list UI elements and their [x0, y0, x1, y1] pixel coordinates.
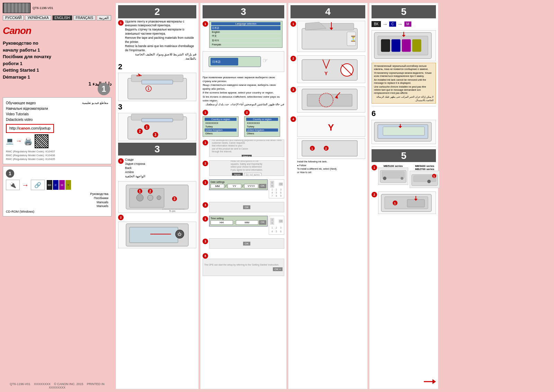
- agree-btn[interactable]: Agree: [232, 173, 243, 176]
- lang-ukrainian[interactable]: УКРАЇНСЬКА: [25, 15, 51, 20]
- time-screen: Time setting HH : MM OK: [209, 216, 268, 226]
- col2-step3-back: 1 Сзади Задня сторона Back Arrière الواج…: [118, 158, 196, 178]
- col2-svg-1: 1: [121, 73, 194, 101]
- do-not-agree-btn[interactable]: Do not agree: [244, 173, 261, 176]
- col3-step4-texts: При появлении указанных ниже экранов выб…: [203, 75, 284, 107]
- col3-date-ok: OK: [209, 202, 284, 212]
- col4-follow-radio: ● Follow: [297, 164, 306, 167]
- n7: 7: [270, 195, 274, 197]
- arrow-ink: →: [382, 21, 388, 27]
- col5-step1-series: 1 MB5100 series MB5400 se: [372, 164, 436, 188]
- usb-item: 🔗: [31, 180, 45, 190]
- note-uk: Установлену чорнильницю можна видалити, …: [374, 71, 434, 78]
- section-4-header: 4: [291, 5, 365, 18]
- date-ok-btn-2[interactable]: OK: [243, 205, 251, 209]
- n2: 2: [275, 188, 278, 191]
- step4-text-en: If the screens below appear, select your…: [203, 91, 284, 95]
- country-item-5: XXXXXXXX: [246, 122, 278, 125]
- date-field-1: MM: [211, 184, 224, 188]
- footer-model: QT6-1196-V01: [10, 382, 30, 386]
- country-item-4: Others: [205, 132, 236, 135]
- series-2-svg: 1: [410, 172, 439, 187]
- lang-french[interactable]: FRANÇAIS: [73, 15, 96, 20]
- svg-rect-62: [383, 127, 425, 135]
- col2-text-fr: Retirez la bande ainsi que les matériaux…: [125, 44, 196, 53]
- back-fr: Arrière: [125, 170, 145, 175]
- col4-svg-1: ⏳: [298, 21, 364, 51]
- main-content: 2 1 Удалите ленту и упаковочные материал…: [114, 0, 554, 392]
- step8-ok-btn[interactable]: OK »: [273, 267, 283, 271]
- col4-subnum-2: 2: [291, 56, 296, 61]
- step4-text-ar: في حالة ظهور الشاشتين الموضحتين أثناء ال…: [203, 103, 284, 106]
- lang-item-5: Français: [211, 43, 280, 46]
- video-title-row: Обучающее видео Навчальні відеоматеріали…: [6, 100, 108, 123]
- url-line: http://canon.com/ijsetup: [6, 124, 108, 133]
- ink-items: BK C M Y: [47, 180, 71, 190]
- date-screen: Date settings MM / YY / YYYY OK: [209, 179, 268, 190]
- step8-ok: OK »: [204, 267, 283, 271]
- title-block: Руководство поначалу работы 1 Посібник д…: [3, 40, 111, 88]
- col2-big-3: 3: [118, 103, 122, 111]
- series-1-block: MB5100 series: [378, 164, 408, 188]
- t-n1: 1: [270, 226, 274, 229]
- section-2-header: 2: [118, 5, 196, 18]
- n1: 1: [270, 188, 274, 191]
- rmc-text: RMC (Regulatory Model Code): K10437 RMC …: [6, 150, 108, 161]
- video-uk: Навчальні відеоматеріали: [6, 106, 48, 112]
- footer-xx: XXXXXXXX: [34, 382, 51, 386]
- col5-step2: 2 1: [372, 191, 436, 214]
- col3-step6: 1 Date settings MM / YY / YYYY OK 0 6 ⌫: [203, 179, 284, 198]
- svg-text:2: 2: [325, 147, 327, 150]
- section-3b-header: 3: [203, 5, 284, 18]
- series-2-diagram: 1: [410, 171, 440, 188]
- ink-c-tank: C: [389, 21, 396, 27]
- time-settings-label: Time setting: [211, 217, 266, 220]
- next-btn[interactable]: Next »: [242, 155, 251, 157]
- country-title-1: Country or region: [205, 118, 236, 121]
- terms-next-btn: Next »: [242, 155, 251, 157]
- video-en: Video Tutorials: [6, 112, 48, 117]
- language-bar[interactable]: РУССКИЙ УКРАЇНСЬКА ENGLISH FRANÇAIS العر…: [3, 15, 111, 20]
- svg-point-67: [401, 177, 403, 180]
- svg-marker-79: [432, 379, 436, 384]
- series-2-block: MB5400 series MB2700 series 1: [410, 164, 440, 188]
- svg-rect-2: [142, 80, 173, 84]
- svg-text:1: 1: [394, 202, 396, 205]
- title-line-2: Посібник для початкуроботи 1: [3, 53, 111, 67]
- back-uk: Задня сторона: [125, 162, 145, 166]
- series-2-label-line1: MB5400 series: [410, 164, 440, 168]
- lang-item-2: English: [211, 30, 280, 34]
- lang-english[interactable]: ENGLISH: [52, 15, 72, 20]
- col4-y-diagram: Y: [297, 116, 365, 137]
- laptop-icon: 💻: [6, 136, 14, 146]
- col2-diagram-4: ⏻: [118, 222, 196, 248]
- url-canon: canon: [19, 126, 30, 130]
- col5-section6: 6: [372, 110, 436, 117]
- col4-ink-install: 1 2: [297, 138, 365, 159]
- lang-russian[interactable]: РУССКИЙ: [3, 15, 24, 20]
- col4-step2: 2 Y: [291, 55, 365, 83]
- svg-rect-56: [392, 39, 400, 52]
- col3-subnum-7-1: 1: [203, 216, 208, 222]
- time-ok-btn[interactable]: OK: [259, 220, 267, 225]
- svg-text:1: 1: [146, 125, 148, 129]
- ink-y-item: Y: [65, 180, 71, 190]
- svg-text:1: 1: [148, 87, 150, 91]
- step1-circle: 1: [6, 169, 14, 178]
- col4-svg-5: 1 2: [300, 139, 363, 158]
- lang-arabic[interactable]: العربية: [97, 15, 111, 20]
- col4-install-note: Install the following ink tank. ● Follow…: [297, 160, 365, 174]
- video-box: Обучающее видео Навчальні відеоматеріали…: [3, 97, 111, 164]
- label-fr: Manuels: [90, 204, 108, 208]
- time-ok-btn-2[interactable]: OK: [243, 242, 251, 246]
- svg-text:3: 3: [154, 133, 157, 137]
- country-screen-1: 1 Country or region XXXXXXXX Turkey Unit…: [203, 109, 243, 137]
- label-en: Manuals: [90, 201, 108, 205]
- series-1-diagram: [378, 168, 408, 185]
- date-ok-btn[interactable]: OK: [259, 184, 267, 188]
- t-n4: 4: [270, 230, 274, 233]
- svg-point-18: [157, 196, 161, 200]
- qr-code: [35, 134, 48, 148]
- col3-step5: 1 For development and marketing purposes…: [203, 140, 284, 157]
- col4-step3: 3: [291, 87, 365, 113]
